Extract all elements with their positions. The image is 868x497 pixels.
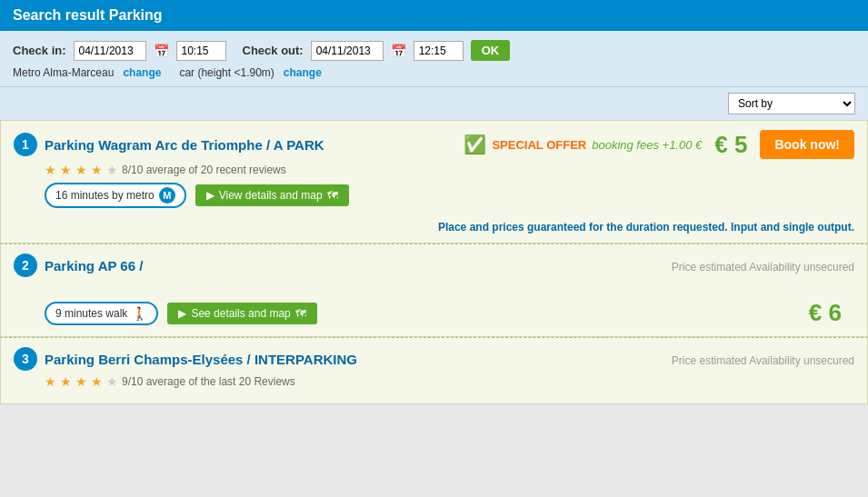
actions-row-1: 16 minutes by metro M ▶ View details and… — [45, 183, 854, 208]
play-icon-1: ▶ — [206, 189, 215, 202]
results-container: 1 Parking Wagram Arc de Triomphe / A PAR… — [0, 120, 868, 404]
special-offer-text-1: SPECIAL OFFER — [492, 138, 586, 152]
result-number-1: 1 — [14, 133, 37, 156]
map-icon-2: 🗺 — [295, 307, 306, 320]
checkin-time-input[interactable] — [176, 41, 226, 61]
result-name-2: Parking AP 66 / — [45, 258, 143, 273]
walk-icon-2: 🚶 — [132, 306, 147, 321]
checkin-label: Check in: — [13, 44, 66, 57]
special-offer-detail-1: booking fees +1.00 € — [592, 138, 702, 152]
price-estimated-3: Price estimated Availability unsecured — [672, 354, 854, 367]
page-title: Search result Parking — [13, 7, 163, 23]
view-details-label-1: View details and map — [219, 189, 323, 202]
stars-row-3: ★ ★ ★ ★ ★ 9/10 average of the last 20 Re… — [45, 374, 854, 389]
metro-circle-icon-1: M — [159, 187, 175, 204]
result-number-3: 3 — [14, 347, 37, 371]
checkout-time-input[interactable] — [414, 41, 464, 61]
metro-badge-1: 16 minutes by metro M — [45, 183, 186, 208]
view-details-button-1[interactable]: ▶ View details and map 🗺 — [195, 184, 349, 206]
guarantee-text-1: Place and prices guaranteed for the dura… — [14, 215, 854, 234]
price-1: € 5 — [714, 131, 747, 159]
result-card-3: 3 Parking Berri Champs-Elysées / INTERPA… — [0, 337, 868, 404]
price-2: € 6 — [809, 299, 854, 327]
page-header: Search result Parking — [0, 0, 868, 31]
actions-row-2: 9 minutes walk 🚶 ▶ See details and map 🗺 — [45, 302, 317, 325]
sort-row: Sort by Price Distance Rating — [0, 87, 868, 120]
star-1-1: ★ — [45, 163, 56, 177]
checkout-label: Check out: — [243, 44, 304, 57]
star-3-3: ★ — [75, 374, 87, 389]
checkout-date-input[interactable] — [311, 41, 384, 61]
special-offer-area-1: ✅ SPECIAL OFFER booking fees +1.00 € — [464, 134, 702, 155]
play-icon-2: ▶ — [178, 307, 186, 320]
review-text-1: 8/10 average of 20 recent reviews — [122, 164, 286, 176]
ok-button[interactable]: OK — [471, 40, 511, 61]
special-offer-check-icon-1: ✅ — [464, 134, 486, 155]
result-card-1: 1 Parking Wagram Arc de Triomphe / A PAR… — [0, 120, 868, 244]
checkin-date-input[interactable] — [74, 41, 146, 61]
car-label: car (height <1.90m) — [179, 66, 274, 79]
star-1-4: ★ — [91, 163, 103, 177]
result-name-3: Parking Berri Champs-Elysées / INTERPARK… — [45, 352, 357, 367]
walk-badge-2: 9 minutes walk 🚶 — [45, 302, 158, 325]
walk-minutes-text-2: 9 minutes walk — [55, 307, 127, 320]
star-3-4: ★ — [91, 374, 103, 389]
star-3-1: ★ — [45, 374, 56, 389]
map-icon-1: 🗺 — [327, 189, 338, 202]
star-3-5: ★ — [106, 374, 118, 389]
result-number-2: 2 — [14, 253, 37, 277]
stars-row-1: ★ ★ ★ ★ ★ 8/10 average of 20 recent revi… — [45, 163, 854, 177]
result-name-1: Parking Wagram Arc de Triomphe / A PARK — [45, 137, 324, 153]
star-1-2: ★ — [60, 163, 72, 177]
review-text-3: 9/10 average of the last 20 Reviews — [122, 375, 295, 388]
star-3-2: ★ — [60, 374, 72, 389]
view-details-button-2[interactable]: ▶ See details and map 🗺 — [167, 303, 316, 324]
price-estimated-2: Price estimated Availability unsecured — [672, 261, 854, 273]
book-button-1[interactable]: Book now! — [760, 130, 854, 159]
metro-label: Metro Alma-Marceau — [13, 66, 114, 79]
search-form: Check in: 📅 Check out: 📅 OK Metro Alma-M… — [0, 31, 868, 87]
metro-change-link[interactable]: change — [123, 66, 161, 79]
checkin-calendar-icon[interactable]: 📅 — [154, 44, 169, 58]
metro-minutes-text-1: 16 minutes by metro — [55, 189, 155, 202]
result-card-2: 2 Parking AP 66 / Price estimated Availa… — [0, 244, 868, 337]
star-1-3: ★ — [75, 163, 87, 177]
view-details-label-2: See details and map — [191, 307, 290, 320]
checkout-calendar-icon[interactable]: 📅 — [391, 44, 406, 58]
car-change-link[interactable]: change — [284, 66, 322, 79]
star-1-5: ★ — [106, 163, 118, 177]
sort-select[interactable]: Sort by Price Distance Rating — [728, 93, 855, 114]
